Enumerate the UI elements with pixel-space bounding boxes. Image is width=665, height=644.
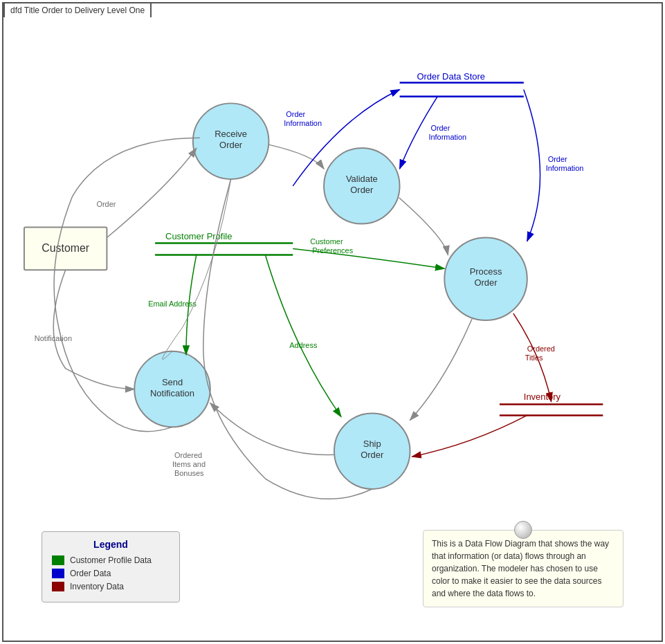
order-info-flow3: Order <box>548 155 567 163</box>
order-data-store-label: Order Data Store <box>417 71 485 82</box>
order-data-label: Order Data <box>70 569 111 578</box>
address-label: Address <box>289 341 318 349</box>
svg-text:Items and: Items and <box>172 460 206 468</box>
svg-text:Information: Information <box>546 164 584 172</box>
legend-item-order: Order Data <box>52 569 170 578</box>
main-container: dfd Title Order to Delivery Level One Or… <box>2 2 663 642</box>
notification-label: Notification <box>35 334 72 342</box>
order-data-color-swatch <box>52 569 64 578</box>
ordered-titles-label: Ordered <box>527 344 555 353</box>
ordered-items-label: Ordered <box>174 451 202 459</box>
svg-text:Information: Information <box>428 133 466 141</box>
legend-item-customer-profile: Customer Profile Data <box>52 555 170 565</box>
send-notification-label: Send <box>162 377 183 387</box>
svg-text:Information: Information <box>284 119 322 127</box>
legend-item-inventory: Inventory Data <box>52 582 170 591</box>
svg-text:Order: Order <box>350 185 374 195</box>
receive-order-label: Receive <box>215 129 247 139</box>
ship-order-label: Ship <box>363 439 381 449</box>
info-box: This is a Data Flow Diagram that shows t… <box>423 530 623 607</box>
svg-text:Order: Order <box>474 277 498 288</box>
svg-text:Titles: Titles <box>525 353 543 362</box>
email-address-label: Email Address <box>148 300 197 308</box>
info-text: This is a Data Flow Diagram that shows t… <box>432 539 609 598</box>
info-ball <box>514 521 532 539</box>
order-flow-label: Order <box>96 200 116 208</box>
order-info-flow1: Order <box>286 110 305 118</box>
svg-text:Bonuses: Bonuses <box>174 469 204 477</box>
inventory-label: Inventory <box>524 392 561 402</box>
customer-entity-label: Customer <box>42 242 90 254</box>
inventory-data-color-swatch <box>52 582 64 591</box>
order-info-flow2: Order <box>430 124 450 132</box>
svg-text:Preferences: Preferences <box>312 246 354 255</box>
customer-profile-label: Customer Profile <box>165 231 232 241</box>
legend-box: Legend Customer Profile Data Order Data … <box>42 531 180 602</box>
validate-order-label: Validate <box>346 174 378 184</box>
customer-profile-data-label: Customer Profile Data <box>70 555 152 565</box>
svg-text:Order: Order <box>361 450 384 460</box>
svg-text:Notification: Notification <box>150 388 194 398</box>
customer-profile-color-swatch <box>52 555 64 565</box>
process-order-label: Process <box>470 266 502 277</box>
customer-prefs-label: Customer <box>310 237 343 246</box>
legend-title: Legend <box>52 539 170 550</box>
inventory-data-label: Inventory Data <box>70 582 124 591</box>
svg-text:Order: Order <box>219 140 243 150</box>
